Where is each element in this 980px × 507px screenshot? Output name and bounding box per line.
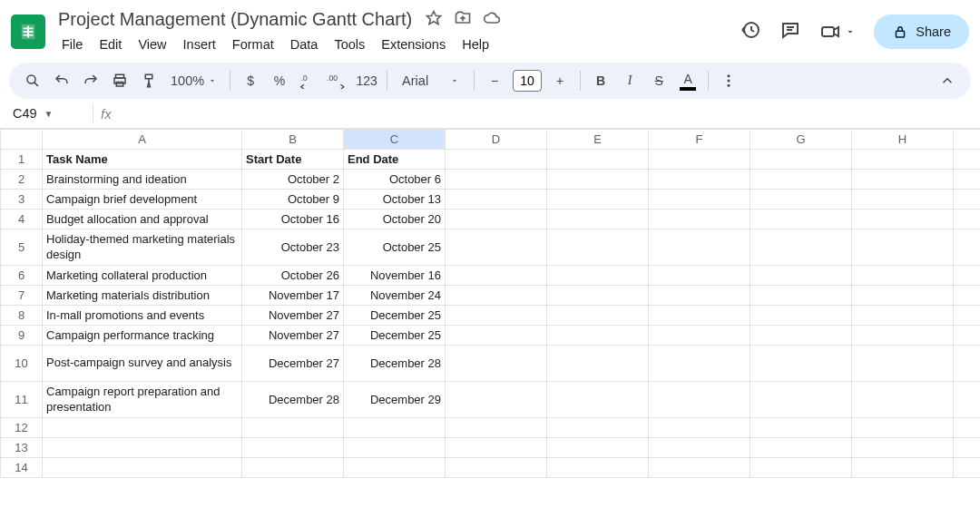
history-icon[interactable] bbox=[740, 19, 761, 44]
star-icon[interactable] bbox=[425, 9, 443, 30]
cell[interactable] bbox=[750, 266, 852, 286]
row-header[interactable]: 8 bbox=[1, 306, 43, 326]
cell[interactable]: Marketing collateral production bbox=[43, 266, 242, 286]
cell[interactable]: December 25 bbox=[344, 326, 446, 346]
cell[interactable]: November 16 bbox=[344, 266, 446, 286]
cell[interactable] bbox=[446, 190, 547, 210]
cell[interactable] bbox=[446, 286, 547, 306]
cell[interactable] bbox=[954, 229, 981, 266]
cell[interactable]: October 6 bbox=[344, 170, 446, 190]
sheets-logo[interactable] bbox=[11, 15, 45, 49]
row-header[interactable]: 9 bbox=[1, 326, 43, 346]
italic-button[interactable]: I bbox=[617, 66, 642, 95]
menu-insert[interactable]: Insert bbox=[176, 34, 223, 55]
more-formats[interactable]: 123 bbox=[354, 66, 379, 95]
cell[interactable] bbox=[852, 346, 954, 382]
cell[interactable] bbox=[547, 190, 649, 210]
cell[interactable] bbox=[242, 458, 344, 478]
column-header-I[interactable]: I bbox=[954, 130, 981, 150]
row-header[interactable]: 6 bbox=[1, 266, 43, 286]
cell[interactable] bbox=[750, 326, 852, 346]
search-icon[interactable] bbox=[20, 66, 45, 95]
cell[interactable] bbox=[852, 326, 954, 346]
cell[interactable]: End Date bbox=[344, 150, 446, 170]
cell[interactable] bbox=[954, 190, 981, 210]
cell[interactable] bbox=[750, 458, 852, 478]
comment-icon[interactable] bbox=[779, 19, 801, 44]
cell[interactable]: Campaign brief development bbox=[43, 190, 242, 210]
cell[interactable] bbox=[852, 190, 954, 210]
cell[interactable] bbox=[446, 266, 547, 286]
cell[interactable] bbox=[954, 306, 981, 326]
cell[interactable] bbox=[852, 150, 954, 170]
cell[interactable] bbox=[852, 306, 954, 326]
cell[interactable] bbox=[852, 418, 954, 438]
cell[interactable] bbox=[954, 458, 981, 478]
cell[interactable] bbox=[649, 438, 750, 458]
cell[interactable] bbox=[954, 346, 981, 382]
font-select[interactable]: Arial bbox=[395, 66, 466, 95]
cell[interactable]: November 24 bbox=[344, 286, 446, 306]
menu-data[interactable]: Data bbox=[283, 34, 326, 55]
cell[interactable] bbox=[547, 438, 649, 458]
cell[interactable]: Task Name bbox=[43, 150, 242, 170]
cell[interactable] bbox=[954, 382, 981, 418]
cell[interactable]: In-mall promotions and events bbox=[43, 306, 242, 326]
cell[interactable] bbox=[446, 229, 547, 266]
cell[interactable] bbox=[750, 170, 852, 190]
cell[interactable] bbox=[547, 286, 649, 306]
cell[interactable] bbox=[852, 438, 954, 458]
cell[interactable] bbox=[649, 229, 750, 266]
cell[interactable] bbox=[547, 266, 649, 286]
bold-button[interactable]: B bbox=[588, 66, 613, 95]
cell[interactable] bbox=[547, 150, 649, 170]
row-header[interactable]: 13 bbox=[1, 438, 43, 458]
row-header[interactable]: 12 bbox=[1, 418, 43, 438]
more-tools-icon[interactable] bbox=[716, 66, 741, 95]
name-box[interactable]: C49 ▼ bbox=[13, 106, 85, 121]
cell[interactable] bbox=[344, 458, 446, 478]
cell[interactable]: December 28 bbox=[242, 382, 344, 418]
cell[interactable]: October 23 bbox=[242, 229, 344, 266]
cell[interactable] bbox=[954, 438, 981, 458]
cell[interactable] bbox=[547, 418, 649, 438]
cell[interactable] bbox=[547, 326, 649, 346]
cell[interactable]: November 17 bbox=[242, 286, 344, 306]
cell[interactable]: December 29 bbox=[344, 382, 446, 418]
cell[interactable] bbox=[547, 306, 649, 326]
cell[interactable] bbox=[649, 458, 750, 478]
decrease-decimal[interactable]: .0 bbox=[296, 66, 321, 95]
row-header[interactable]: 2 bbox=[1, 170, 43, 190]
menu-view[interactable]: View bbox=[131, 34, 173, 55]
spreadsheet-grid[interactable]: ABCDEFGHI 1Task NameStart DateEnd Date2B… bbox=[0, 128, 980, 507]
font-size-plus[interactable]: + bbox=[547, 66, 573, 95]
cell[interactable]: December 27 bbox=[242, 346, 344, 382]
column-header-E[interactable]: E bbox=[547, 130, 649, 150]
meet-button[interactable] bbox=[819, 21, 856, 43]
cell[interactable] bbox=[446, 170, 547, 190]
cell[interactable] bbox=[446, 458, 547, 478]
cell[interactable] bbox=[446, 418, 547, 438]
column-header-B[interactable]: B bbox=[242, 130, 344, 150]
cell[interactable] bbox=[750, 438, 852, 458]
cell[interactable] bbox=[649, 382, 750, 418]
cell[interactable]: Post-campaign survey and analysis bbox=[43, 346, 242, 382]
row-header[interactable]: 3 bbox=[1, 190, 43, 210]
cell[interactable] bbox=[242, 438, 344, 458]
cell[interactable]: Campaign report preparation and presenta… bbox=[43, 382, 242, 418]
cell[interactable]: Budget allocation and approval bbox=[43, 210, 242, 229]
cell[interactable] bbox=[344, 438, 446, 458]
share-button[interactable]: Share bbox=[874, 15, 969, 49]
cell[interactable]: October 2 bbox=[242, 170, 344, 190]
cell[interactable] bbox=[43, 418, 242, 438]
cell[interactable]: October 25 bbox=[344, 229, 446, 266]
cell[interactable] bbox=[750, 382, 852, 418]
cell[interactable] bbox=[649, 190, 750, 210]
cell[interactable] bbox=[43, 458, 242, 478]
menu-help[interactable]: Help bbox=[455, 34, 496, 55]
cell[interactable] bbox=[649, 266, 750, 286]
cell[interactable] bbox=[649, 346, 750, 382]
cell[interactable] bbox=[750, 229, 852, 266]
cell[interactable] bbox=[547, 170, 649, 190]
menu-extensions[interactable]: Extensions bbox=[374, 34, 453, 55]
